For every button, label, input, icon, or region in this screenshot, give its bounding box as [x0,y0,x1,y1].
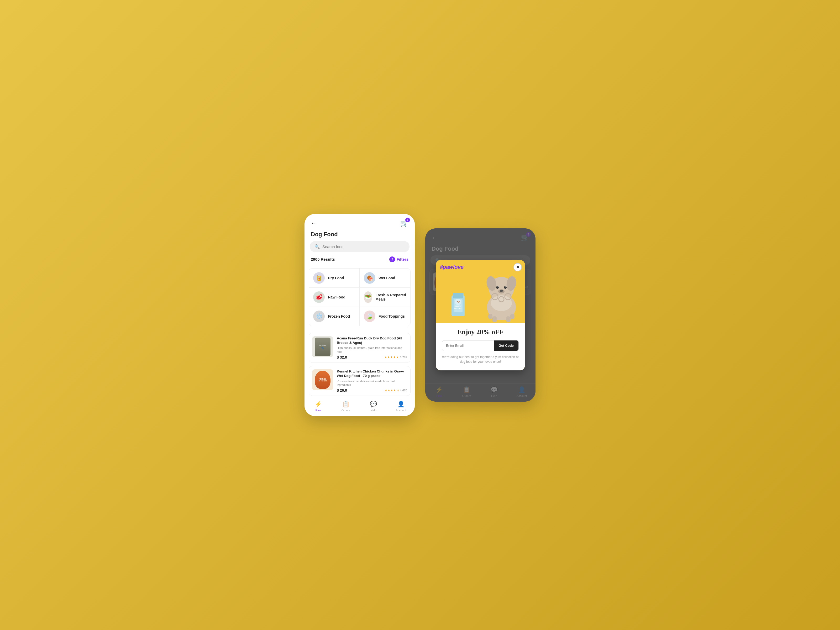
product-stars-acana: ★★★★★ [384,355,399,359]
divider-top [309,265,411,265]
svg-point-14 [500,290,503,292]
product-review-count-kennel: 4,670 [400,389,407,392]
promo-email-input[interactable] [442,341,494,351]
product-list: ACANA🐾 Acana Free-Run Duck Dry Dog Food … [305,331,415,398]
dry-food-label: Dry Food [328,276,344,280]
category-dry-food[interactable]: 🥫 Dry Food [309,268,360,288]
svg-point-19 [491,295,512,311]
svg-text:PET FOOD: PET FOOD [454,308,462,309]
nav-help[interactable]: 💬 Help [360,401,387,412]
svg-point-11 [496,286,499,289]
phone-1: ← 🛒 3 Dog Food 🔍 2905 Results 2 Filters … [305,214,415,416]
bottom-nav: ⚡ Paw 📋 Orders 💬 Help 👤 Account [305,398,415,416]
nav-paw[interactable]: ⚡ Paw [305,401,332,412]
filters-label: Filters [396,257,409,261]
product-desc-acana: High-quality, all-natural, grain-free in… [337,346,407,354]
wet-food-label: Wet Food [379,276,395,280]
promo-hashtag: #pawlove [440,264,464,270]
category-wet-food[interactable]: 🍖 Wet Food [360,268,410,288]
svg-text:🐶: 🐶 [457,300,460,303]
svg-rect-1 [453,293,463,298]
svg-rect-15 [492,316,497,322]
product-image-kennel: KENNELKITCHEN [312,369,333,390]
kennel-visual: KENNELKITCHEN [315,371,330,389]
category-frozen-food[interactable]: ❄️ Frozen Food [309,307,360,326]
raw-food-label: Raw Food [328,295,346,299]
help-icon: 💬 [370,401,377,408]
search-bar[interactable]: 🔍 [310,241,409,252]
promo-get-code-button[interactable]: Get Code [494,341,518,351]
nav-paw-label: Paw [316,409,321,412]
svg-rect-16 [506,316,510,322]
page-title: Dog Food [305,230,415,241]
product-review-count-acana: 5,789 [400,356,407,359]
nav-account-label: Account [396,409,406,412]
frozen-food-icon: ❄️ [313,311,325,322]
nav-orders-label: Orders [341,409,351,412]
product-card-acana[interactable]: ACANA🐾 Acana Free-Run Duck Dry Dog Food … [309,333,411,363]
product-info-kennel: Kennel Kitchen Chicken Chunks in Gravy W… [337,369,407,392]
promo-offer: Enjoy 20% oFF [442,328,519,336]
toppings-icon: 🍃 [364,311,375,322]
product-desc-kennel: Preservative-free, delicious & made from… [337,379,407,387]
svg-point-23 [497,286,499,287]
product-rating-acana: ★★★★★ 5,789 [384,355,407,359]
svg-point-12 [504,286,507,289]
promo-body: Enjoy 20% oFF Get Code we're doing our b… [436,323,525,370]
product-info-acana: Acana Free-Run Duck Dry Dog Food (All Br… [337,336,407,359]
product-price-acana: $ 32.0 [337,355,347,359]
nav-orders[interactable]: 📋 Orders [332,401,360,412]
promo-email-row: Get Code [442,340,519,351]
svg-rect-17 [488,314,493,319]
dog-illustration-svg [480,265,523,323]
paw-icon: ⚡ [315,401,322,408]
cart-button[interactable]: 🛒 3 [400,219,409,227]
svg-point-24 [505,286,506,287]
orders-icon: 📋 [342,401,349,408]
svg-rect-18 [510,314,515,319]
promo-tagline: we're doing our best to get together a y… [442,355,519,364]
search-icon: 🔍 [314,244,320,249]
cart-badge: 3 [405,218,410,222]
category-raw-food[interactable]: 🥩 Raw Food [309,288,360,307]
category-toppings[interactable]: 🍃 Food Toppings [360,307,410,326]
filters-button[interactable]: 2 Filters [389,256,409,262]
dry-food-icon: 🥫 [313,272,325,284]
category-fresh-food[interactable]: 🥗 Fresh & Prepared Meals [360,288,410,307]
results-row: 2905 Results 2 Filters [305,256,415,265]
results-count: 2905 Results [311,257,335,261]
raw-food-icon: 🥩 [313,291,325,303]
promo-close-button[interactable]: ✕ [513,263,522,272]
nav-help-label: Help [370,409,376,412]
nav-account[interactable]: 👤 Account [387,401,415,412]
product-bottom-kennel: $ 26.0 ★★★★½ 4,670 [337,388,407,392]
phone-2: ← 🛒 3 Dog Food 🔍 KENNELKITCHEN Kennel Ki… [425,228,535,402]
fresh-food-label: Fresh & Prepared Meals [375,293,406,302]
phone1-header: ← 🛒 3 [305,214,415,230]
promo-card: ✕ #pawlove MOCKUP PET FOOD 🐶 [436,260,525,370]
product-price-kennel: $ 26.0 [337,388,347,392]
promo-image-area: #pawlove MOCKUP PET FOOD 🐶 [436,260,525,323]
food-bag-svg: MOCKUP PET FOOD 🐶 [449,291,467,320]
product-bottom-acana: $ 32.0 ★★★★★ 5,789 [337,355,407,359]
promo-overlay: ✕ #pawlove MOCKUP PET FOOD 🐶 [425,228,535,402]
toppings-label: Food Toppings [379,314,405,318]
account-icon: 👤 [398,401,404,408]
acana-visual: ACANA🐾 [315,338,330,356]
svg-text:MOCKUP: MOCKUP [455,305,462,307]
search-input[interactable] [322,245,405,249]
promo-discount: 20% [477,328,490,336]
category-grid: 🥫 Dry Food 🍖 Wet Food 🥩 Raw Food 🥗 Fresh… [309,268,411,326]
product-name-kennel: Kennel Kitchen Chicken Chunks in Gravy W… [337,369,407,378]
frozen-food-label: Frozen Food [328,314,350,318]
product-rating-kennel: ★★★★½ 4,670 [385,388,407,392]
product-image-acana: ACANA🐾 [312,336,333,357]
product-stars-kennel: ★★★★½ [385,388,399,392]
product-card-kennel[interactable]: KENNELKITCHEN Kennel Kitchen Chicken Chu… [309,366,411,396]
product-name-acana: Acana Free-Run Duck Dry Dog Food (All Br… [337,336,407,345]
fresh-food-icon: 🥗 [364,291,372,303]
filters-badge: 2 [389,256,395,262]
wet-food-icon: 🍖 [364,272,375,284]
back-button[interactable]: ← [311,220,317,227]
